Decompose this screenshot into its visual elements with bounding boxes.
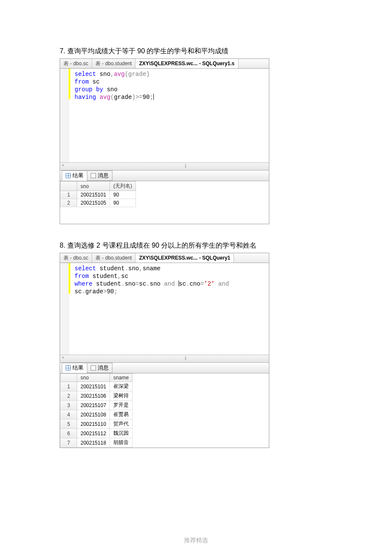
q8-result-grid[interactable]: sno sname 1200215101崔深梁 2200215106梁树得 32… xyxy=(60,373,133,448)
t: sc xyxy=(179,280,186,287)
t: . xyxy=(186,280,190,287)
q7-result-grid[interactable]: sno (无列名) 1 200215101 90 2 200215105 90 xyxy=(60,181,136,207)
tab-messages[interactable]: 消息 xyxy=(87,363,112,373)
rownum: 2 xyxy=(61,199,77,207)
q8-tab-2[interactable]: ZXY\SQLEXPRESS.wc... - SQLQuery1 xyxy=(135,253,234,263)
q8-tab-1[interactable]: 表 - dbo.student xyxy=(92,253,135,263)
q7-tab-0[interactable]: 表 - dbo.sc xyxy=(60,59,92,68)
col-sname[interactable]: sname xyxy=(110,374,133,382)
t: > xyxy=(103,288,107,295)
page-footer: 推荐精选 xyxy=(0,537,392,544)
q8-heading: 8. 查询选修 2 号课程且成绩在 90 分以上的所有学生的学号和姓名 xyxy=(60,241,332,250)
t: (grade) xyxy=(125,71,150,78)
q7-tab-2[interactable]: ZXY\SQLEXPRESS.wc... - SQLQuery1.s xyxy=(135,59,238,68)
kw-from: from xyxy=(75,78,89,85)
kw-select: select xyxy=(75,71,96,78)
cell[interactable]: 200215110 xyxy=(77,419,110,429)
q8-tab-0[interactable]: 表 - dbo.sc xyxy=(60,253,92,263)
t: sc xyxy=(139,280,146,287)
q8-hscroll[interactable] xyxy=(60,355,269,362)
t: ) xyxy=(132,94,135,101)
t: grade xyxy=(85,288,103,295)
t: 90 xyxy=(107,288,114,295)
message-icon xyxy=(91,173,96,178)
q8-editor[interactable]: select student.sno,sname from student,sc… xyxy=(60,263,269,355)
table-row[interactable]: 1 200215101 90 xyxy=(61,191,136,199)
table-row[interactable]: 2 200215105 90 xyxy=(61,199,136,207)
table-row[interactable]: 5200215110贺声代 xyxy=(61,419,133,429)
text-cursor xyxy=(153,94,154,100)
header-row: sno sname xyxy=(61,374,133,382)
t: = xyxy=(200,280,204,287)
cell[interactable]: 90 xyxy=(110,199,136,207)
q8-result-tabs: 结果 消息 xyxy=(60,362,269,373)
table-row[interactable]: 4200215108崔贾易 xyxy=(61,410,133,419)
cell[interactable]: 200215107 xyxy=(77,401,110,410)
kw-having: having xyxy=(75,94,96,101)
cell[interactable]: 90 xyxy=(110,191,136,199)
cell[interactable]: 200215108 xyxy=(77,410,110,419)
cell[interactable]: 梁树得 xyxy=(110,391,133,401)
t xyxy=(175,280,178,287)
q7-result-grid-area: sno (无列名) 1 200215101 90 2 200215105 90 xyxy=(60,181,269,224)
t: . xyxy=(125,265,128,272)
rownum: 7 xyxy=(61,438,77,448)
tab-messages-label: 消息 xyxy=(98,364,109,372)
tab-results[interactable]: 结果 xyxy=(62,363,87,373)
t xyxy=(215,280,218,287)
t: student xyxy=(96,265,124,272)
q8-result-grid-area: sno sname 1200215101崔深梁 2200215106梁树得 32… xyxy=(60,373,269,448)
t: sname xyxy=(143,265,161,272)
cell[interactable]: 200215101 xyxy=(77,191,110,199)
change-bar xyxy=(69,263,70,294)
kw-from: from xyxy=(75,273,89,280)
t: . xyxy=(82,288,85,295)
q8-tab-strip: 表 - dbo.sc 表 - dbo.student ZXY\SQLEXPRES… xyxy=(60,253,269,263)
col-noname[interactable]: (无列名) xyxy=(110,182,136,191)
t: student xyxy=(92,280,121,287)
cell[interactable]: 200215118 xyxy=(77,438,110,448)
table-row[interactable]: 1200215101崔深梁 xyxy=(61,382,133,391)
q7-editor[interactable]: select sno,avg(grade) from sc group by s… xyxy=(60,69,269,162)
t: sc xyxy=(75,288,82,295)
tab-messages[interactable]: 消息 xyxy=(87,171,112,181)
grid-icon xyxy=(66,365,71,370)
corner xyxy=(61,182,77,191)
table-row[interactable]: 6200215112魏沉因 xyxy=(61,429,133,438)
cell[interactable]: 200215105 xyxy=(77,199,110,207)
cell[interactable]: 崔深梁 xyxy=(110,382,133,391)
change-bar xyxy=(69,69,70,99)
table-row[interactable]: 2200215106梁树得 xyxy=(61,391,133,401)
cell[interactable]: 魏沉因 xyxy=(110,429,133,438)
cell[interactable]: 200215106 xyxy=(77,391,110,401)
cell[interactable]: 崔贾易 xyxy=(110,410,133,419)
col-sno[interactable]: sno xyxy=(77,374,110,382)
cell[interactable]: 200215112 xyxy=(77,429,110,438)
t: and xyxy=(218,280,229,287)
col-sno[interactable]: sno xyxy=(77,182,110,191)
table-row[interactable]: 3200215107罗开是 xyxy=(61,401,133,410)
q7-hscroll[interactable] xyxy=(60,162,269,170)
editor-gutter xyxy=(60,69,69,162)
cell[interactable]: 罗开是 xyxy=(110,401,133,410)
cell[interactable]: 胡腈音 xyxy=(110,438,133,448)
rownum: 2 xyxy=(61,391,77,401)
corner xyxy=(61,374,77,382)
message-icon xyxy=(91,365,96,370)
q7-tab-strip: 表 - dbo.sc 表 - dbo.student ZXY\SQLEXPRES… xyxy=(60,59,269,69)
kw-select: select xyxy=(75,265,96,272)
fn-avg: avg xyxy=(114,71,124,78)
q8-sql-text: select student.sno,sname from student,sc… xyxy=(75,265,229,295)
t: cno xyxy=(190,280,200,287)
kw-where: where xyxy=(75,280,92,287)
cell[interactable]: 200215101 xyxy=(77,382,110,391)
rownum: 4 xyxy=(61,410,77,419)
tab-results[interactable]: 结果 xyxy=(62,171,87,181)
cell[interactable]: 贺声代 xyxy=(110,419,133,429)
rownum: 1 xyxy=(61,191,77,199)
q7-tab-1[interactable]: 表 - dbo.student xyxy=(92,59,135,68)
header-row: sno (无列名) xyxy=(61,182,136,191)
t: ; xyxy=(114,288,117,295)
table-row[interactable]: 7200215118胡腈音 xyxy=(61,438,133,448)
t: >= xyxy=(135,94,143,101)
